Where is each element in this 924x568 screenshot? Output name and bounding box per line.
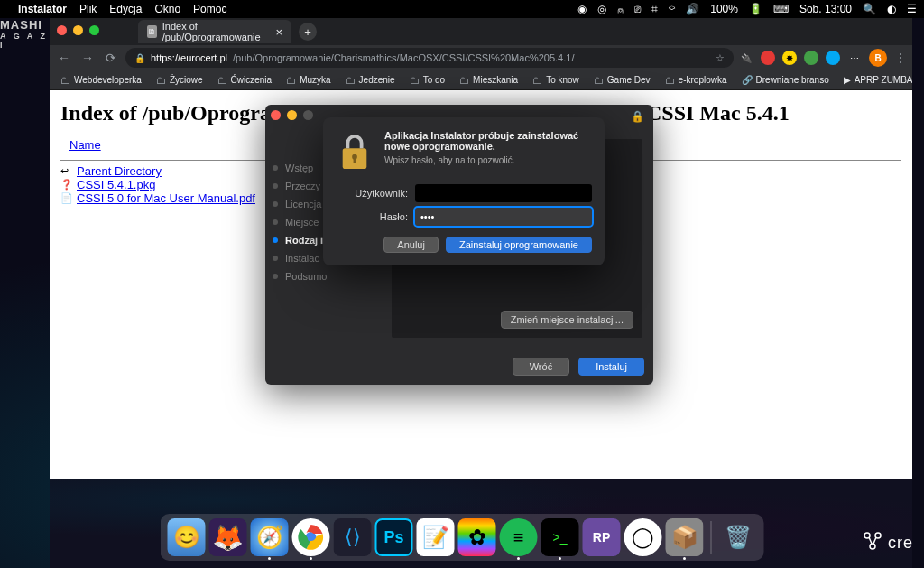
status-circle-icon[interactable]: ◉ xyxy=(578,3,587,15)
bookmark-folder[interactable]: 🗀Jedzenie xyxy=(340,73,401,88)
url-host: https://eurocert.pl xyxy=(151,52,227,63)
cancel-button[interactable]: Anuluj xyxy=(383,237,439,253)
menu-plik[interactable]: Plik xyxy=(79,3,97,15)
back-button[interactable]: Wróć xyxy=(513,358,569,376)
status-display-icon[interactable]: ⎚ xyxy=(634,3,641,15)
safari-icon[interactable]: 🧭 xyxy=(251,518,289,556)
star-icon[interactable]: ☆ xyxy=(716,52,725,64)
bookmarks-bar: 🗀Webdeveloperka 🗀Życiowe 🗀Ćwiczenia 🗀Muz… xyxy=(50,70,912,90)
password-input[interactable] xyxy=(415,208,592,226)
folder-icon: 🗀 xyxy=(665,75,675,86)
status-head-icon[interactable]: ⍝ xyxy=(617,3,624,15)
pass-label: Hasło: xyxy=(336,211,415,222)
change-location-button[interactable]: Zmień miejsce instalacji... xyxy=(501,311,633,329)
window-fullscreen-icon[interactable] xyxy=(303,110,313,120)
new-tab-button[interactable]: + xyxy=(299,23,317,41)
wifi-icon[interactable]: ⌔ xyxy=(669,3,675,15)
bookmark-folder[interactable]: 🗀To know xyxy=(527,73,585,88)
install-button[interactable]: Instaluj xyxy=(578,358,644,376)
username-input[interactable] xyxy=(415,184,592,202)
status-grid-icon[interactable]: ⌗ xyxy=(651,3,658,15)
parent-dir-link[interactable]: Parent Directory xyxy=(77,164,162,178)
photos-icon[interactable]: ✿ xyxy=(458,518,496,556)
svg-rect-2 xyxy=(354,157,356,163)
installer-icon[interactable]: 📦 xyxy=(666,518,704,556)
bookmark-folder[interactable]: 🗀Życiowe xyxy=(151,73,208,88)
back-button[interactable]: ← xyxy=(55,49,73,67)
trash-icon[interactable]: 🗑️ xyxy=(719,518,757,556)
background-text: MASHI A G A Z I xyxy=(0,18,50,50)
battery-pct: 100% xyxy=(710,3,738,15)
file-link[interactable]: CSSI 5 0 for Mac User Manual.pdf xyxy=(77,191,255,205)
folder-icon: 🗀 xyxy=(532,75,542,86)
ext-icon-1[interactable]: 🔌 xyxy=(739,51,753,65)
chrome-icon[interactable] xyxy=(292,518,330,556)
menu-okno[interactable]: Okno xyxy=(154,3,180,15)
clock[interactable]: Sob. 13:00 xyxy=(799,3,852,15)
menu-edycja[interactable]: Edycja xyxy=(109,3,142,15)
reload-button[interactable]: ⟳ xyxy=(102,49,120,67)
rp-app-icon[interactable]: RP xyxy=(583,518,621,556)
battery-icon[interactable]: 🔋 xyxy=(749,3,762,15)
bookmark-folder[interactable]: 🗀e-kroplowka xyxy=(660,73,733,88)
close-icon[interactable]: × xyxy=(275,25,282,39)
bookmark-folder[interactable]: 🗀To do xyxy=(404,73,450,88)
forward-button[interactable]: → xyxy=(79,49,97,67)
window-minimize-icon[interactable] xyxy=(287,110,297,120)
menu-pomoc[interactable]: Pomoc xyxy=(193,3,226,15)
spotlight-icon[interactable]: 🔍 xyxy=(863,3,876,15)
bookmark-folder[interactable]: 🗀Mieszkania xyxy=(454,73,523,88)
th-name[interactable]: Name xyxy=(62,136,108,154)
menubar-app-name[interactable]: Instalator xyxy=(18,3,67,15)
folder-icon: 🗀 xyxy=(410,75,420,86)
folder-icon: 🗀 xyxy=(346,75,356,86)
install-software-button[interactable]: Zainstaluj oprogramowanie xyxy=(446,237,592,253)
folder-icon: 🗀 xyxy=(594,75,604,86)
terminal-icon[interactable]: >_ xyxy=(541,518,579,556)
bookmark-folder[interactable]: 🗀Ćwiczenia xyxy=(212,73,278,88)
firefox-icon[interactable]: 🦊 xyxy=(209,518,247,556)
lock-icon xyxy=(336,130,374,173)
avatar[interactable]: B xyxy=(869,49,887,67)
vscode-icon[interactable]: ⟨⟩ xyxy=(334,518,372,556)
url-input[interactable]: 🔒 https://eurocert.pl/pub/Oprogramowanie… xyxy=(125,48,734,68)
macos-menubar: Instalator Plik Edycja Okno Pomoc ◉ ◎ ⍝ … xyxy=(0,0,924,18)
tab-bar: 🗎 Index of /pub/Oprogramowanie × + xyxy=(50,18,912,45)
tab-active[interactable]: 🗎 Index of /pub/Oprogramowanie × xyxy=(138,20,291,43)
siri-icon[interactable]: ◐ xyxy=(887,3,896,15)
finder-icon[interactable]: 😊 xyxy=(168,518,206,556)
ext-icon-4[interactable] xyxy=(804,51,818,65)
zoom-icon[interactable]: ◯ xyxy=(624,518,662,556)
volume-icon[interactable]: 🔊 xyxy=(686,3,699,15)
watermark-text: cre xyxy=(888,534,913,553)
ext-icon-5[interactable] xyxy=(826,51,840,65)
bookmark-item[interactable]: 🔗Drewniane branso xyxy=(736,73,835,87)
folder-icon: 🗀 xyxy=(156,75,166,86)
ext-icon-6[interactable]: ⋯ xyxy=(847,51,862,65)
window-close-icon[interactable] xyxy=(57,25,67,35)
file-link[interactable]: CSSI 5.4.1.pkg xyxy=(77,178,155,191)
window-minimize-icon[interactable] xyxy=(73,25,83,35)
link-icon: 🔗 xyxy=(742,75,753,85)
ext-icon-2[interactable] xyxy=(761,51,775,65)
svg-point-7 xyxy=(870,544,875,549)
ext-icon-3[interactable]: ✸ xyxy=(782,51,797,65)
bookmark-folder[interactable]: 🗀Webdeveloperka xyxy=(55,73,147,88)
bookmark-folder[interactable]: 🗀Game Dev xyxy=(588,73,656,88)
notification-icon[interactable]: ☰ xyxy=(907,3,917,15)
folder-icon: 🗀 xyxy=(286,75,296,86)
input-icon[interactable]: ⌨ xyxy=(773,3,789,15)
notes-icon[interactable]: 📝 xyxy=(417,518,455,556)
bookmark-item[interactable]: ▶APRP ZUMBA - Z... xyxy=(838,73,912,87)
text-file-icon: 📄 xyxy=(60,192,73,205)
window-fullscreen-icon[interactable] xyxy=(89,25,99,35)
photoshop-icon[interactable]: Ps xyxy=(375,518,413,556)
window-close-icon[interactable] xyxy=(271,110,281,120)
folder-icon: 🗀 xyxy=(60,75,70,86)
menu-icon[interactable]: ⋮ xyxy=(894,51,907,65)
dock-separator xyxy=(711,521,712,554)
page-icon: 🗎 xyxy=(147,25,157,38)
spotify-icon[interactable]: ≡ xyxy=(500,518,538,556)
bookmark-folder[interactable]: 🗀Muzyka xyxy=(281,73,336,88)
status-swirl-icon[interactable]: ◎ xyxy=(597,3,606,15)
